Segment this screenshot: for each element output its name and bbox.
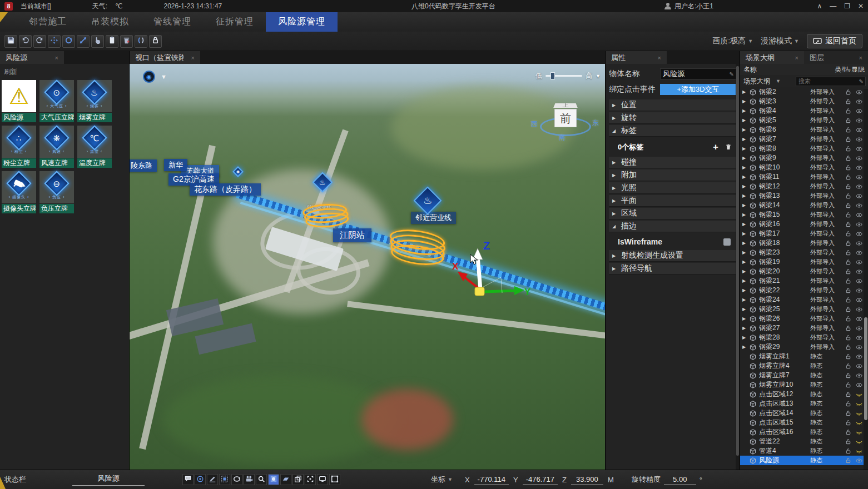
target-button[interactable] [195, 474, 206, 485]
tab-scene-outline[interactable]: 场景大纲 × [740, 51, 804, 64]
eye-icon[interactable] [855, 183, 864, 190]
palette-item-温度立牌[interactable]: ℃› 温度 ‹ 温度立牌 [77, 126, 112, 168]
chevron-down-icon[interactable]: ▼ [161, 73, 167, 80]
return-home-button[interactable]: 返回首页 [807, 34, 862, 48]
close-icon[interactable]: × [191, 54, 195, 61]
outline-row-钢梁10[interactable]: ▶ 钢梁10 外部导入 [740, 163, 864, 172]
outline-row-烟雾立牌1[interactable]: 烟雾立牌1 静态 [740, 352, 864, 361]
expand-icon[interactable]: ▶ [742, 156, 747, 161]
scrollbar-thumb[interactable] [736, 66, 739, 456]
outline-search-field[interactable]: ✎ [796, 77, 866, 86]
eye-hidden-icon[interactable] [855, 410, 864, 417]
move-button[interactable] [48, 35, 61, 48]
lock-icon[interactable] [844, 136, 852, 142]
eye-icon[interactable] [855, 259, 864, 266]
lock-icon[interactable] [844, 212, 852, 218]
lock-icon[interactable] [844, 457, 852, 463]
lock-icon[interactable] [844, 429, 852, 435]
chevron-down-icon[interactable]: ▼ [596, 73, 601, 79]
prop-section-区域[interactable]: ▶区域 [609, 208, 736, 219]
eye-icon[interactable] [855, 240, 864, 247]
outline-row-钢梁24[interactable]: ▶ 钢梁24 外部导入 [740, 295, 864, 305]
eye-icon[interactable] [855, 174, 864, 181]
roam-mode-dropdown[interactable]: 漫游模式▼ [761, 36, 799, 46]
eye-hidden-icon[interactable] [855, 438, 864, 445]
eye-icon[interactable] [855, 155, 864, 162]
nav-cube[interactable]: 上 前 [553, 102, 578, 127]
lock-icon[interactable] [844, 363, 852, 369]
eye-hidden-icon[interactable] [855, 391, 864, 398]
eye-icon[interactable] [855, 202, 864, 209]
prop-section-描边[interactable]: ◢描边 [609, 221, 736, 232]
expand-icon[interactable]: ▶ [742, 137, 747, 142]
outline-row-钢梁4[interactable]: ▶ 钢梁4 外部导入 [740, 106, 864, 116]
palette-item-风险源[interactable]: ⚠ 风险源 [2, 80, 36, 122]
magnifier-button[interactable] [256, 474, 267, 485]
eye-icon[interactable] [855, 353, 864, 360]
eye-icon[interactable] [855, 344, 864, 351]
grid-select-button[interactable] [219, 474, 230, 485]
lock-icon[interactable] [844, 127, 852, 133]
add-3d-interaction-button[interactable]: +添加3D交互 [660, 84, 736, 95]
eye-icon[interactable] [855, 250, 864, 256]
outline-row-钢梁7[interactable]: ▶ 钢梁7 外部导入 [740, 134, 864, 144]
lock-icon[interactable] [844, 155, 852, 161]
expand-icon[interactable]: ▶ [742, 241, 747, 246]
expand-icon[interactable]: ▶ [742, 297, 747, 302]
tab-viewport[interactable]: 视口（盐宜铁路d × [130, 51, 200, 64]
prop-section-射线检测生成设置[interactable]: ▶射线检测生成设置 [609, 250, 736, 262]
eye-icon[interactable] [855, 335, 864, 341]
lock-icon[interactable] [844, 372, 852, 378]
prop-section-旋转[interactable]: ▶旋转 [609, 112, 736, 124]
eye-icon[interactable] [855, 287, 864, 294]
lock-icon[interactable] [844, 382, 852, 388]
lock-icon[interactable] [844, 174, 852, 180]
eye-icon[interactable] [855, 306, 864, 313]
tab-layers[interactable]: 图层 × [804, 51, 868, 64]
palette-item-大气压立牌[interactable]: ⊙› 大气压 ‹ 大气压立牌 [39, 80, 74, 122]
outline-row-钢梁23[interactable]: ▶ 钢梁23 外部导入 [740, 248, 864, 257]
scale-button[interactable] [77, 35, 90, 48]
expand-icon[interactable]: ▶ [742, 127, 747, 132]
rotation-precision-field[interactable]: 5.00 [664, 475, 696, 485]
lock-icon[interactable] [844, 108, 852, 114]
iswireframe-checkbox[interactable] [723, 238, 731, 246]
risk-zone-coil[interactable] [302, 202, 351, 233]
expand-icon[interactable]: ▶ [742, 184, 747, 189]
video-camera-button[interactable] [244, 474, 255, 485]
outline-scrollbar[interactable] [864, 89, 868, 470]
expand-icon[interactable]: ▶ [742, 278, 747, 283]
maximize-icon[interactable]: ❐ [844, 2, 850, 10]
expand-icon[interactable]: ▶ [742, 174, 747, 179]
outline-row-钢梁18[interactable]: ▶ 钢梁18 外部导入 [740, 238, 864, 248]
palette-item-负压立牌[interactable]: ⊖› 负压 ‹ 负压立牌 [39, 171, 74, 213]
lock-icon[interactable] [844, 448, 852, 454]
search-input[interactable] [798, 78, 857, 84]
frame-button[interactable] [329, 474, 340, 485]
outline-row-钢梁11[interactable]: ▶ 钢梁11 外部导入 [740, 172, 864, 182]
lock-icon[interactable] [844, 278, 852, 284]
module-tab-吊装模拟[interactable]: 吊装模拟 [79, 12, 141, 32]
eye-icon[interactable] [855, 221, 864, 228]
rotate-button[interactable] [62, 35, 75, 48]
drag-button[interactable] [91, 35, 104, 48]
close-icon[interactable]: × [658, 54, 661, 61]
outline-row-烟雾立牌4[interactable]: 烟雾立牌4 静态 [740, 361, 864, 371]
outline-row-钢梁22[interactable]: ▶ 钢梁22 外部导入 [740, 286, 864, 295]
undo-button[interactable] [19, 35, 32, 48]
transform-gizmo[interactable]: Z X Y [440, 237, 534, 307]
close-icon[interactable]: × [795, 54, 798, 61]
lock-icon[interactable] [844, 221, 852, 227]
prop-section-标签[interactable]: ◢标签 [609, 125, 736, 137]
eye-hidden-icon[interactable] [855, 429, 864, 436]
expand-icon[interactable]: ▶ [742, 146, 747, 151]
lock-button[interactable] [149, 35, 162, 48]
palette-item-风速立牌[interactable]: ❋› 风速 ‹ 风速立牌 [39, 126, 74, 168]
expand-icon[interactable]: ▶ [742, 222, 747, 227]
outline-row-钢梁19[interactable]: ▶ 钢梁19 外部导入 [740, 257, 864, 267]
lock-icon[interactable] [844, 193, 852, 199]
expand-icon[interactable]: ▶ [742, 250, 747, 255]
layers-button[interactable] [292, 474, 304, 485]
lock-icon[interactable] [844, 306, 852, 312]
nav-south-label[interactable]: 南 [559, 133, 566, 142]
